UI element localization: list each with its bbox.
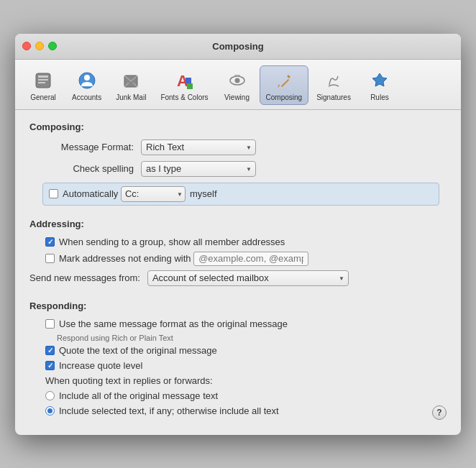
preferences-window: Composing General Acco <box>15 34 461 435</box>
check-spelling-label: Check spelling <box>29 163 134 174</box>
message-format-select[interactable]: Rich Text Plain Text <box>141 139 256 155</box>
close-button[interactable] <box>22 42 31 50</box>
toolbar-junk-mail[interactable]: Junk Mail <box>109 65 152 105</box>
svg-marker-19 <box>372 73 387 86</box>
include-all-radio[interactable] <box>45 391 55 400</box>
include-all-row: Include all of the original message text <box>45 390 447 401</box>
preferences-content: Composing: Message Format: Rich Text Pla… <box>15 110 461 435</box>
cc-select[interactable]: Cc: Bcc: <box>121 186 186 202</box>
junk-mail-icon <box>119 69 142 92</box>
svg-marker-18 <box>278 86 279 88</box>
svg-point-5 <box>84 75 90 81</box>
general-label: General <box>30 93 56 101</box>
svg-rect-14 <box>234 75 240 76</box>
include-selected-container: Include selected text, if any; otherwise… <box>29 405 447 421</box>
show-all-members-checkbox[interactable] <box>45 237 55 247</box>
composing-icon <box>273 69 296 92</box>
traffic-lights <box>22 42 57 50</box>
svg-rect-15 <box>281 78 289 86</box>
show-all-members-row: When sending to a group, show all member… <box>45 237 447 247</box>
composing-section-title: Composing: <box>29 121 447 132</box>
send-from-label: Send new messages from: <box>29 272 140 283</box>
rules-icon <box>368 69 391 92</box>
quote-original-label: Quote the text of the original message <box>59 345 217 356</box>
same-format-row: Use the same message format as the origi… <box>45 318 447 329</box>
signatures-icon <box>322 69 345 92</box>
svg-rect-10 <box>186 78 191 83</box>
signatures-label: Signatures <box>316 93 351 101</box>
divider-2 <box>29 292 447 300</box>
send-from-select[interactable]: Account of selected mailbox My default a… <box>147 270 349 286</box>
automatically-row: Automatically Cc: Bcc: myself <box>42 183 439 206</box>
composing-label: Composing <box>266 93 303 101</box>
increase-quote-checkbox[interactable] <box>45 361 55 370</box>
mark-addresses-input[interactable] <box>193 252 308 266</box>
toolbar-viewing[interactable]: Viewing <box>216 65 258 105</box>
titlebar: Composing <box>15 34 461 60</box>
svg-line-17 <box>278 85 280 86</box>
viewing-label: Viewing <box>224 93 250 101</box>
send-from-row: Send new messages from: Account of selec… <box>29 270 447 286</box>
include-all-label: Include all of the original message text <box>59 390 218 401</box>
divider-1 <box>29 210 447 219</box>
junk-mail-label: Junk Mail <box>116 93 146 101</box>
message-format-label: Message Format: <box>29 142 134 152</box>
message-format-row: Message Format: Rich Text Plain Text <box>29 139 447 155</box>
addressing-section-title: Addressing: <box>29 219 447 229</box>
automatically-label: Automatically <box>63 188 118 199</box>
svg-rect-3 <box>38 82 45 83</box>
increase-quote-label: Increase quote level <box>59 360 142 371</box>
svg-marker-16 <box>287 75 290 78</box>
maximize-button[interactable] <box>48 42 57 50</box>
accounts-icon <box>75 69 99 92</box>
message-format-select-wrapper: Rich Text Plain Text <box>141 139 256 155</box>
accounts-label: Accounts <box>72 93 101 101</box>
responding-section-title: Responding: <box>29 300 447 311</box>
toolbar-accounts[interactable]: Accounts <box>65 65 108 105</box>
help-button[interactable]: ? <box>432 405 447 420</box>
toolbar-composing[interactable]: Composing <box>260 65 309 105</box>
minimize-button[interactable] <box>35 42 44 50</box>
automatically-checkbox[interactable] <box>49 189 58 198</box>
include-selected-radio[interactable] <box>45 406 55 416</box>
include-selected-row: Include selected text, if any; otherwise… <box>45 405 432 416</box>
svg-rect-1 <box>38 75 48 78</box>
fonts-colors-icon: A <box>173 69 196 92</box>
toolbar-signatures[interactable]: Signatures <box>310 65 357 105</box>
include-selected-label: Include selected text, if any; otherwise… <box>59 405 279 416</box>
cc-select-wrapper: Cc: Bcc: <box>121 186 186 202</box>
mark-addresses-label: Mark addresses not ending with <box>59 253 191 264</box>
same-format-label: Use the same message format as the origi… <box>59 318 288 329</box>
svg-rect-2 <box>38 79 48 81</box>
when-quoting-label: When quoting text in replies or forwards… <box>45 375 447 386</box>
toolbar-fonts-colors[interactable]: A Fonts & Colors <box>154 65 214 105</box>
rules-label: Rules <box>370 93 389 101</box>
fonts-colors-label: Fonts & Colors <box>160 93 208 101</box>
increase-quote-row: Increase quote level <box>45 360 447 371</box>
check-spelling-row: Check spelling as I type when I click Se… <box>29 161 447 177</box>
toolbar-general[interactable]: General <box>22 65 64 105</box>
quote-original-checkbox[interactable] <box>45 346 55 355</box>
hint-text: Respond using Rich or Plain Text <box>57 334 447 342</box>
check-spelling-select[interactable]: as I type when I click Send never <box>141 161 256 177</box>
svg-rect-11 <box>187 83 193 89</box>
cc-inline-group: Cc: Bcc: myself <box>121 186 217 202</box>
show-all-members-label: When sending to a group, show all member… <box>59 237 285 247</box>
mark-addresses-checkbox[interactable] <box>45 254 55 263</box>
myself-label: myself <box>190 188 217 199</box>
send-from-select-wrapper: Account of selected mailbox My default a… <box>147 270 349 286</box>
toolbar-rules[interactable]: Rules <box>359 65 401 105</box>
svg-point-13 <box>234 78 239 83</box>
toolbar: General Accounts Junk Mail <box>15 60 461 110</box>
same-format-checkbox[interactable] <box>45 319 55 329</box>
general-icon <box>32 69 55 92</box>
quote-original-row: Quote the text of the original message <box>45 345 447 356</box>
mark-addresses-row: Mark addresses not ending with <box>45 252 447 266</box>
viewing-icon <box>226 69 249 92</box>
check-spelling-select-wrapper: as I type when I click Send never <box>141 161 256 177</box>
window-title: Composing <box>212 41 264 52</box>
